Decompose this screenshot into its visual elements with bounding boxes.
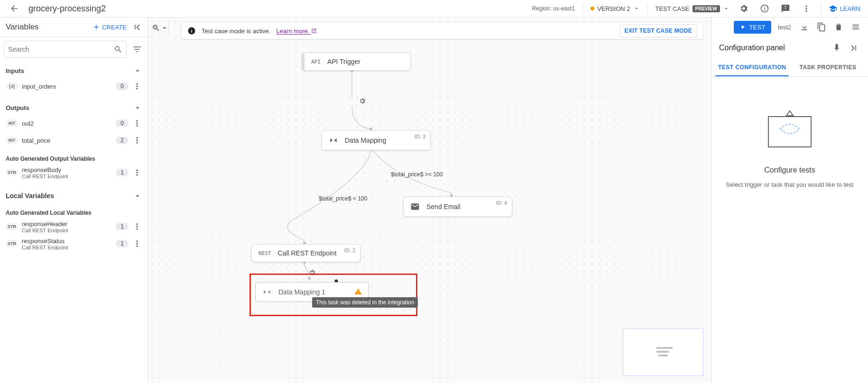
mapping-icon	[262, 287, 272, 297]
node-data-mapping[interactable]: Data Mapping ID: 3	[322, 130, 431, 150]
filter-button[interactable]	[130, 43, 144, 56]
kebab-icon	[132, 168, 142, 177]
auto-output-subheader: Auto Generated Output Variables	[0, 149, 148, 164]
collapse-panel-button[interactable]	[130, 20, 144, 34]
list-button[interactable]	[849, 20, 862, 34]
test-name-label[interactable]: test2	[775, 24, 794, 31]
page-title: grocery-processing2	[28, 4, 524, 14]
settings-button[interactable]	[737, 2, 750, 15]
play-icon	[739, 24, 746, 30]
node-call-rest[interactable]: REST Call REST Endpoint ID: 2	[251, 244, 360, 262]
test-mode-banner: Test case mode is active. Learn more. EX…	[181, 22, 703, 39]
variable-source: Call REST Endpoint	[22, 173, 68, 179]
variable-row[interactable]: INT total_price 2	[0, 132, 148, 149]
run-test-button[interactable]: TEST	[734, 21, 771, 34]
search-input[interactable]	[8, 46, 114, 53]
variable-menu-button[interactable]	[130, 166, 144, 179]
exit-test-mode-button[interactable]: EXIT TEST CASE MODE	[619, 24, 697, 37]
caret-down-icon	[633, 5, 640, 12]
variable-row[interactable]: INT out2 0	[0, 115, 148, 132]
more-button[interactable]	[800, 2, 813, 15]
node-id: ID: 4	[496, 200, 507, 206]
preview-badge: PREVIEW	[693, 5, 720, 12]
pin-panel-button[interactable]	[830, 41, 843, 55]
variable-menu-button[interactable]	[130, 134, 144, 147]
node-send-email[interactable]: Send Email ID: 4	[403, 197, 512, 217]
caret-down-icon	[160, 23, 169, 33]
feedback-button[interactable]	[779, 2, 792, 15]
empty-state-illustration	[764, 110, 816, 159]
version-label: VERSION 2	[597, 5, 630, 12]
variable-row[interactable]: {J} input_orders 0	[0, 78, 148, 95]
usage-count: 0	[116, 82, 129, 90]
type-chip: STR	[6, 223, 18, 230]
variable-name: total_price	[22, 137, 50, 144]
tab-task-properties[interactable]: TASK PROPERTIES	[796, 59, 859, 76]
zoom-button[interactable]	[152, 19, 169, 36]
copy-button[interactable]	[815, 20, 828, 34]
learn-more-link[interactable]: Learn more.	[276, 27, 317, 35]
trash-icon	[834, 22, 843, 32]
variable-menu-button[interactable]	[130, 220, 144, 233]
kebab-icon	[132, 119, 142, 128]
node-label: Data Mapping 1	[278, 288, 325, 296]
variable-menu-button[interactable]	[130, 117, 144, 130]
warning-icon	[354, 288, 362, 297]
config-tabs: TEST CONFIGURATION TASK PROPERTIES	[711, 59, 868, 77]
testcase-selector[interactable]: TEST CASE PREVIEW	[656, 5, 729, 12]
variable-row[interactable]: STR responseStatus Call REST Endpoint 1	[0, 235, 148, 252]
learn-button[interactable]: LEARN	[829, 4, 860, 13]
expand-panel-button[interactable]	[847, 41, 860, 55]
list-icon	[851, 22, 860, 32]
outputs-section-header[interactable]: Outputs	[0, 95, 148, 115]
back-button[interactable]	[8, 2, 21, 15]
rest-icon: REST	[259, 250, 271, 256]
separator	[647, 3, 648, 14]
external-link-icon	[311, 28, 317, 34]
app-bar: grocery-processing2 Region: us-east1 VER…	[0, 0, 868, 17]
config-panel-title: Configuration panel	[719, 44, 826, 52]
empty-state-title: Configure tests	[764, 166, 815, 174]
minimap[interactable]	[623, 328, 703, 376]
variable-name: out2	[22, 120, 34, 127]
variable-row[interactable]: STR responseBody Call REST Endpoint 1	[0, 164, 148, 181]
download-button[interactable]	[798, 20, 811, 34]
info-button[interactable]	[758, 2, 771, 15]
canvas[interactable]: Test case mode is active. Learn more. EX…	[148, 18, 711, 383]
link-label: Learn more.	[276, 27, 309, 35]
variable-menu-button[interactable]	[130, 80, 144, 93]
variables-search[interactable]	[4, 41, 127, 58]
filter-icon	[132, 45, 142, 54]
node-label: Data Mapping	[345, 137, 386, 144]
variable-menu-button[interactable]	[130, 237, 144, 250]
tab-test-configuration[interactable]: TEST CONFIGURATION	[715, 59, 789, 76]
chevron-up-icon	[133, 103, 142, 112]
edge-condition-label: $total_price$ < 100	[319, 195, 367, 202]
kebab-icon	[132, 239, 142, 248]
edge-settings-button[interactable]	[359, 97, 366, 107]
arrow-left-icon	[9, 4, 19, 13]
section-label: Outputs	[6, 104, 29, 111]
gear-icon	[359, 97, 366, 105]
section-label: Local Variables	[6, 192, 54, 200]
banner-message: Test case mode is active.	[202, 27, 270, 35]
version-selector[interactable]: VERSION 2	[591, 5, 639, 12]
empty-state-subtitle: Select trigger or task that you would li…	[726, 181, 854, 188]
feedback-icon	[781, 4, 790, 13]
variable-name: responseBody	[22, 166, 68, 173]
copy-icon	[817, 22, 826, 32]
chevron-up-icon	[133, 66, 142, 75]
variable-name: responseHeader	[22, 220, 68, 228]
create-variable-button[interactable]: CREATE	[92, 23, 127, 31]
delete-button[interactable]	[832, 20, 845, 34]
kebab-icon	[132, 222, 142, 231]
inputs-section-header[interactable]: Inputs	[0, 62, 148, 78]
gear-icon	[739, 4, 748, 13]
warning-tooltip: This task was deleted in the integration	[312, 297, 418, 308]
learn-icon	[829, 4, 837, 13]
info-icon	[760, 4, 769, 13]
local-section-header[interactable]: Local Variables	[0, 181, 148, 203]
node-api-trigger[interactable]: API API Trigger	[302, 53, 411, 71]
variable-row[interactable]: STR responseHeader Call REST Endpoint 1	[0, 218, 148, 235]
variable-source: Call REST Endpoint	[22, 245, 68, 250]
